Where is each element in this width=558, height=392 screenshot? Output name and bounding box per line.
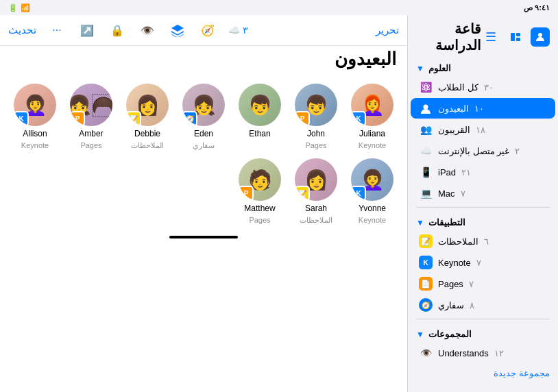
pages-label: Pages — [438, 279, 463, 289]
edit-button[interactable]: تحرير — [376, 24, 399, 36]
avatar-amber: 👧‍🦱P — [70, 84, 112, 126]
understands-label: Understands — [438, 348, 489, 358]
sidebar-item-understands[interactable]: ١٢ Understands 👁️ — [411, 343, 555, 363]
student-card-amber[interactable]: 👧‍🦱PAmberPages — [67, 84, 115, 150]
avatar-ethan: 👦 — [239, 84, 281, 126]
app-badge-amber: P — [70, 111, 85, 126]
student-app-matthew: Pages — [249, 216, 270, 224]
apps-section: التطبيقات ▼ ٦ الملاحظات 📝 ٧ Keynote K ٧ … — [408, 210, 558, 316]
svg-rect-2 — [516, 33, 520, 36]
eye-toolbar-icon[interactable]: 👁️ — [138, 21, 157, 40]
student-card-sarah[interactable]: 👩📝Sarahالملاحظات — [292, 158, 340, 225]
more-icon[interactable]: ··· — [47, 21, 66, 40]
science-section-header[interactable]: العلوم ▼ — [408, 60, 558, 76]
ipad-label: iPad — [438, 167, 456, 177]
status-icons: 📶 🔋 — [8, 3, 30, 12]
notes-icon: 📝 — [419, 234, 433, 248]
student-app-allison: Keynote — [21, 141, 49, 149]
app-container: ☰ قاعة الدراسة العلوم ▼ ٣٠ كل الطلاب ⚛️ … — [0, 15, 558, 392]
all-students-label: كل الطلاب — [438, 82, 478, 93]
groups-section: المجموعات ▼ ١٢ Understands 👁️ — [408, 322, 558, 364]
toolbar-left: ٣ ☁️ 🧭 👁️ 🔒 ↗️ ··· تحديث — [8, 21, 248, 40]
apps-section-header[interactable]: التطبيقات ▼ — [408, 215, 558, 230]
student-name-ethan: Ethan — [249, 129, 270, 138]
sidebar-item-pages[interactable]: ٧ Pages 📄 — [411, 273, 555, 294]
groups-section-header[interactable]: المجموعات ▼ — [408, 326, 558, 342]
student-card-eden[interactable]: 👧🧭Edenسفاري — [180, 84, 228, 150]
nearby-label: القريبون — [438, 125, 470, 135]
student-card-john[interactable]: 👦PJohnPages — [292, 84, 340, 150]
new-group-button[interactable]: مجموعة جديدة — [408, 364, 558, 382]
student-card-yvonne[interactable]: 👩‍🦱KYvonneKeynote — [348, 158, 396, 225]
svg-rect-3 — [516, 38, 520, 41]
sidebar-item-ipad[interactable]: ٢١ iPad 📱 — [411, 162, 555, 182]
science-section: العلوم ▼ ٣٠ كل الطلاب ⚛️ ١٠ البعيدون — [408, 56, 558, 204]
student-card-debbie[interactable]: 👩📝Debbieالملاحظات — [123, 84, 171, 150]
main-content: تحرير ٣ ☁️ 🧭 👁️ 🔒 ↗️ ··· — [0, 15, 407, 392]
safari-label: سفاري — [438, 300, 464, 310]
menu-icon[interactable]: ☰ — [481, 27, 500, 47]
app-badge-allison: K — [14, 111, 29, 126]
app-badge-eden: 🧭 — [182, 111, 197, 126]
lock-icon[interactable]: 🔒 — [108, 21, 127, 40]
filter-cloud-icon: ☁️ — [228, 25, 240, 36]
app-badge-yvonne: K — [351, 186, 366, 201]
page-title: البعيدون — [11, 49, 396, 70]
sidebar-item-safari[interactable]: ٨ سفاري 🧭 — [411, 295, 555, 315]
time: ٩:٤١ ص — [524, 3, 550, 12]
all-students-count: ٣٠ — [484, 82, 498, 93]
science-title: العلوم — [428, 63, 451, 73]
student-app-juliana: Keynote — [359, 141, 386, 149]
sidebar-item-offline[interactable]: ٢ غير متصل بالإنترنت ☁️ — [411, 140, 555, 161]
safari-count: ٨ — [470, 300, 483, 310]
app-badge-juliana: K — [351, 111, 366, 126]
sidebar-item-remote[interactable]: ١٠ البعيدون — [411, 98, 555, 119]
sidebar-header: ☰ قاعة الدراسة — [408, 15, 558, 56]
student-app-sarah: الملاحظات — [300, 216, 332, 225]
sidebar-view-button[interactable] — [506, 27, 525, 47]
offline-label: غير متصل بالإنترنت — [438, 146, 509, 156]
people-icon-button[interactable] — [531, 27, 550, 47]
divider-2 — [416, 319, 550, 319]
remote-icon — [419, 101, 433, 115]
student-name-debbie: Debbie — [134, 129, 160, 138]
student-app-yvonne: Keynote — [359, 216, 386, 224]
understands-icon: 👁️ — [419, 346, 433, 360]
avatar-eden: 👧🧭 — [182, 84, 225, 126]
pointer-icon[interactable]: ↗️ — [77, 21, 97, 40]
student-name-matthew: Matthew — [244, 204, 275, 213]
student-card-allison[interactable]: 👩‍🦱KAllisonKeynote — [11, 84, 59, 150]
mac-count: ٧ — [461, 188, 474, 199]
mac-label: Mac — [438, 188, 455, 199]
status-right: ٩:٤١ ص — [524, 3, 550, 12]
groups-title: المجموعات — [428, 329, 472, 339]
student-card-matthew[interactable]: 🧑PMatthewPages — [236, 158, 284, 225]
sidebar-item-mac[interactable]: ٧ Mac 💻 — [411, 183, 555, 204]
sidebar-item-keynote[interactable]: ٧ Keynote K — [411, 252, 555, 273]
face-ethan: 👦 — [239, 84, 281, 126]
student-card-juliana[interactable]: 👩‍🦰KJulianaKeynote — [348, 84, 396, 150]
sidebar-header-icons: ☰ — [481, 27, 550, 47]
groups-chevron: ▼ — [416, 330, 424, 339]
compass-icon[interactable]: 🧭 — [198, 21, 217, 40]
pages-count: ٧ — [469, 279, 483, 289]
avatar-matthew: 🧑P — [239, 158, 281, 201]
sidebar-item-notes[interactable]: ٦ الملاحظات 📝 — [411, 231, 555, 252]
layers-icon[interactable] — [168, 21, 187, 40]
student-app-debbie: الملاحظات — [131, 141, 164, 150]
ipad-count: ٢١ — [461, 167, 475, 177]
student-card-ethan[interactable]: 👦Ethan — [236, 84, 284, 150]
sidebar-item-nearby[interactable]: ١٨ القريبون 👥 — [411, 119, 555, 140]
offline-count: ٢ — [515, 146, 529, 156]
notes-label: الملاحظات — [438, 236, 478, 247]
sidebar-item-all-students[interactable]: ٣٠ كل الطلاب ⚛️ — [411, 77, 555, 97]
ipad-icon: 📱 — [419, 165, 433, 179]
home-indicator — [169, 236, 238, 238]
students-grid: 👩‍🦰KJulianaKeynote👦PJohnPages👦Ethan👧🧭Ede… — [0, 75, 407, 233]
divider-1 — [416, 207, 550, 208]
keynote-icon: K — [419, 256, 433, 269]
svg-point-4 — [424, 105, 428, 110]
filter-number: ٣ — [243, 25, 248, 36]
update-button[interactable]: تحديث — [8, 24, 36, 36]
all-students-icon: ⚛️ — [419, 80, 433, 94]
